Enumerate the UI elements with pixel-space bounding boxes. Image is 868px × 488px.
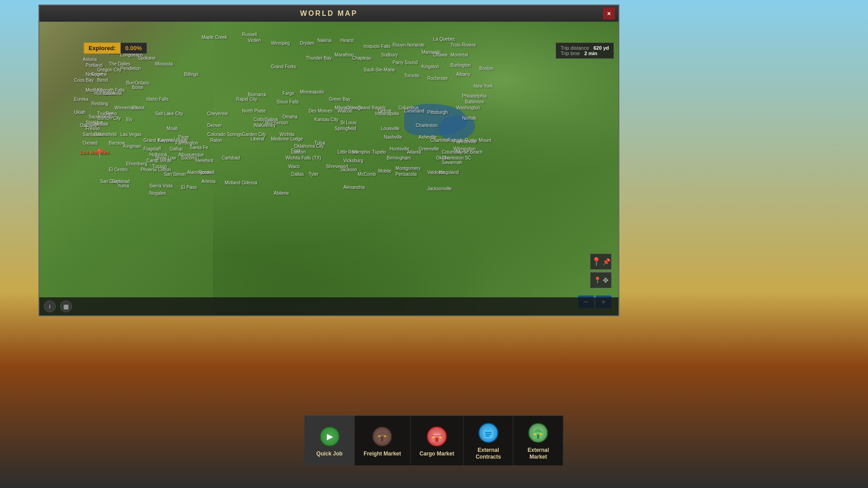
svg-rect-13 (485, 432, 491, 433)
svg-rect-15 (485, 436, 490, 436)
svg-rect-2 (382, 437, 383, 441)
info-icon: i (49, 303, 51, 310)
cargo-building-svg (430, 430, 443, 443)
explored-value: 0.00% (121, 42, 147, 54)
cargo-market-label: Cargo Market (420, 450, 454, 457)
external-market-icon-area (527, 421, 550, 445)
location-icon: 📍 (591, 257, 601, 267)
svg-rect-4 (385, 436, 386, 437)
external-contracts-icon (478, 423, 498, 443)
svg-rect-20 (534, 433, 536, 435)
external-contracts-label: ExternalContracts (476, 447, 501, 460)
map-title: WORLD MAP (300, 9, 358, 18)
map-move-button[interactable]: 📍 ✥ (590, 272, 612, 288)
freight-market-icon-area (371, 425, 394, 448)
svg-rect-10 (439, 436, 441, 438)
svg-rect-7 (433, 434, 440, 436)
freight-market-label: Freight Market (363, 450, 401, 457)
svg-rect-9 (432, 436, 434, 438)
trip-time-label: Trip time (561, 51, 580, 56)
map-info-bar: i ▦ (39, 297, 618, 315)
svg-rect-8 (435, 438, 438, 442)
trip-distance-value: 620 yd (594, 45, 609, 51)
quick-job-icon-area (318, 425, 341, 448)
svg-marker-5 (377, 431, 388, 435)
info-button[interactable]: i (44, 300, 56, 312)
explored-badge: Explored: 0.00% (84, 42, 147, 54)
explored-label: Explored: (84, 42, 121, 54)
legend-icon: ▦ (63, 303, 69, 310)
player-location-marker: 📍 (94, 148, 104, 158)
crosshair-icon: ✥ (603, 276, 609, 285)
bottom-toolbar: Quick Job Freight Market (304, 415, 563, 465)
svg-rect-14 (485, 434, 491, 435)
svg-marker-22 (533, 428, 543, 432)
freight-building-svg (376, 430, 389, 443)
map-content[interactable]: Astoria Seattle Longbeach Spokane Maple … (39, 22, 618, 315)
trip-time-value: 2 min (585, 51, 598, 56)
map-location-button[interactable]: 📍 📌 (590, 253, 612, 270)
pin-icon: 📌 (603, 258, 610, 265)
ext-market-icon-svg (532, 427, 545, 439)
external-contracts-icon-area (476, 421, 500, 445)
external-market-label: ExternalMarket (528, 447, 549, 460)
trip-info-panel: Trip distance 620 yd Trip time 2 min (556, 42, 614, 59)
toolbar-external-contracts[interactable]: ExternalContracts (464, 416, 514, 465)
svg-rect-21 (541, 433, 542, 435)
move-icon: 📍 (594, 277, 601, 284)
quick-job-label: Quick Job (316, 450, 343, 457)
western-mountains (39, 22, 213, 315)
external-market-icon (528, 423, 548, 443)
toolbar-quick-job[interactable]: Quick Job (305, 416, 354, 465)
toolbar-freight-market[interactable]: Freight Market (354, 416, 410, 465)
svg-rect-3 (379, 436, 380, 437)
cargo-market-icon (427, 427, 447, 446)
quick-job-icon (320, 427, 340, 446)
trip-distance-label: Trip distance (561, 45, 589, 51)
map-title-bar: WORLD MAP × (39, 5, 618, 22)
svg-rect-19 (538, 435, 539, 439)
map-close-button[interactable]: × (603, 8, 615, 19)
freight-market-icon (373, 427, 392, 446)
toolbar-external-market[interactable]: ExternalMarket (514, 416, 563, 465)
legend-button[interactable]: ▦ (60, 300, 72, 312)
svg-marker-16 (486, 427, 491, 430)
toolbar-cargo-market[interactable]: Cargo Market (410, 416, 464, 465)
world-map-window: WORLD MAP × Astoria Seattle Longbeach Sp… (38, 5, 619, 316)
cargo-market-icon-area (425, 425, 448, 448)
map-controls: 📍 📌 📍 ✥ (590, 253, 612, 288)
contracts-icon-svg (482, 427, 495, 439)
